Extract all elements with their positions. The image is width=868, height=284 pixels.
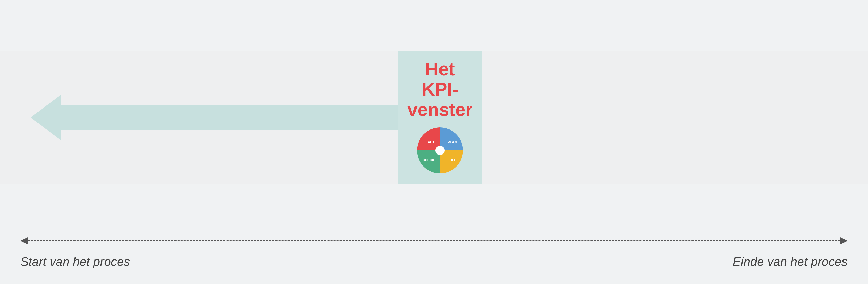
pdca-do-label: DO [450, 158, 455, 162]
arrow-head-left [31, 94, 61, 140]
pdca-center [435, 146, 444, 155]
arrow-tip-left-icon [21, 237, 28, 245]
arrow-left [31, 94, 398, 140]
arrow-tip-right-icon [840, 237, 847, 245]
main-container: Het KPI-venster ACT PLAN DO CHECK [0, 0, 868, 284]
pdca-do-segment [440, 150, 463, 173]
process-band: Het KPI-venster ACT PLAN DO CHECK [0, 51, 868, 184]
kpi-title: Het KPI-venster [398, 59, 482, 120]
dashed-line [28, 240, 840, 242]
pdca-check-segment [417, 150, 440, 173]
pdca-act-label: ACT [428, 140, 435, 144]
label-start: Start van het proces [21, 255, 130, 269]
pdca-circle: ACT PLAN DO CHECK [414, 125, 465, 176]
pdca-act-segment [417, 127, 440, 150]
pdca-plan-label: PLAN [447, 140, 457, 144]
label-end: Einde van het proces [733, 255, 847, 269]
pdca-check-label: CHECK [423, 158, 435, 162]
arrow-body-left [61, 105, 398, 130]
dashed-line-container [0, 237, 868, 245]
pdca-plan-segment [440, 127, 463, 150]
kpi-panel: Het KPI-venster ACT PLAN DO CHECK [398, 51, 482, 184]
